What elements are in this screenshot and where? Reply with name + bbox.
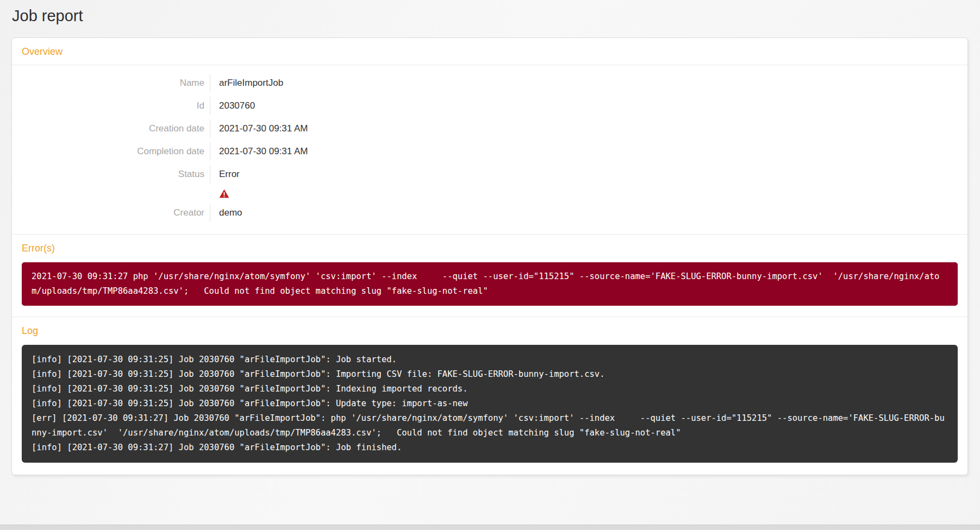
name-label: Name xyxy=(12,74,210,92)
completion-date-label: Completion date xyxy=(12,142,210,161)
field-row-creation-date: Creation date 2021-07-30 09:31 AM xyxy=(12,119,967,138)
log-section: Log [info] [2021-07-30 09:31:25] Job 203… xyxy=(12,317,967,463)
field-row-id: Id 2030760 xyxy=(12,97,967,115)
log-line: [info] [2021-07-30 09:31:25] Job 2030760… xyxy=(32,367,948,382)
field-row-name: Name arFileImportJob xyxy=(12,74,967,92)
page-title: Job report xyxy=(0,0,980,25)
overview-section: Overview Name arFileImportJob Id 2030760… xyxy=(12,38,967,234)
field-row-status: Status Error xyxy=(12,165,967,184)
status-label: Status xyxy=(12,165,210,184)
log-line: [info] [2021-07-30 09:31:25] Job 2030760… xyxy=(32,396,948,411)
job-report-panel: Overview Name arFileImportJob Id 2030760… xyxy=(11,37,968,475)
warning-triangle-icon xyxy=(210,188,229,199)
log-line: [info] [2021-07-30 09:31:27] Job 2030760… xyxy=(32,440,948,455)
error-message-banner: 2021-07-30 09:31:27 php '/usr/share/ngin… xyxy=(22,262,958,306)
overview-heading: Overview xyxy=(12,38,967,65)
completion-date-value: 2021-07-30 09:31 AM xyxy=(210,142,308,161)
log-line: [info] [2021-07-30 09:31:25] Job 2030760… xyxy=(32,382,948,396)
field-row-status-icon xyxy=(12,188,967,199)
creation-date-label: Creation date xyxy=(12,119,210,138)
field-row-completion-date: Completion date 2021-07-30 09:31 AM xyxy=(12,142,967,161)
creation-date-value: 2021-07-30 09:31 AM xyxy=(210,119,308,138)
id-value: 2030760 xyxy=(210,97,255,115)
log-line: [err] [2021-07-30 09:31:27] Job 2030760 … xyxy=(32,411,948,440)
overview-fields: Name arFileImportJob Id 2030760 Creation… xyxy=(12,65,967,234)
log-line: [info] [2021-07-30 09:31:25] Job 2030760… xyxy=(32,352,948,367)
errors-heading: Error(s) xyxy=(12,235,967,261)
status-icon-spacer xyxy=(12,188,210,199)
name-value: arFileImportJob xyxy=(210,74,283,92)
status-value: Error xyxy=(210,165,240,184)
creator-label: Creator xyxy=(12,204,210,222)
horizontal-scrollbar[interactable] xyxy=(0,525,980,530)
creator-value: demo xyxy=(210,204,242,222)
id-label: Id xyxy=(12,97,210,115)
log-output-box: [info] [2021-07-30 09:31:25] Job 2030760… xyxy=(22,345,958,463)
field-row-creator: Creator demo xyxy=(12,204,967,222)
log-heading: Log xyxy=(12,317,967,344)
errors-section: Error(s) 2021-07-30 09:31:27 php '/usr/s… xyxy=(12,234,967,306)
